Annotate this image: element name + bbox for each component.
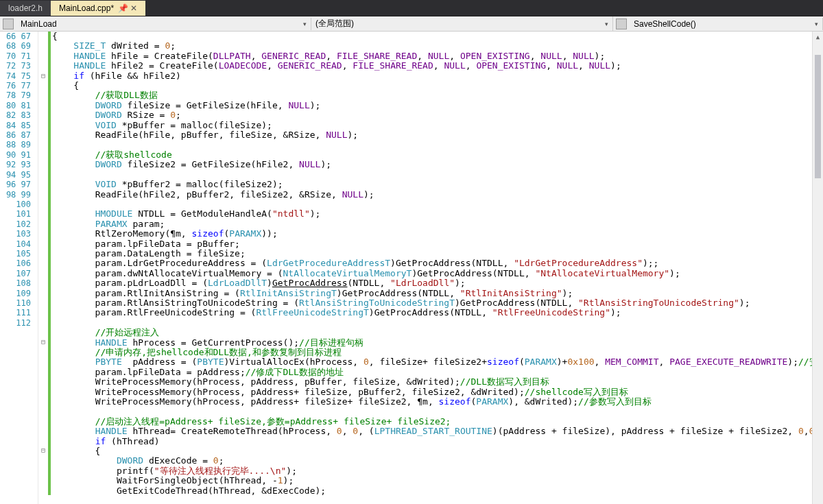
code-editor[interactable]: 66 67 68 69 70 71 72 73 74 75 76 77 78 7… — [0, 32, 823, 504]
fold-column[interactable]: ⊟⊟⊟ — [38, 32, 48, 504]
vertical-scrollbar[interactable]: ▲ — [812, 32, 823, 504]
tab-loader2[interactable]: loader2.h — [0, 1, 51, 16]
close-icon[interactable]: ✕ — [130, 3, 137, 13]
line-number-gutter: 66 67 68 69 70 71 72 73 74 75 76 77 78 7… — [0, 32, 38, 504]
code-area[interactable]: { SIZE_T dWrited = 0; HANDLE hFile = Cre… — [51, 32, 823, 504]
scope-class-dropdown[interactable]: MainLoad▾ — [16, 18, 311, 30]
tab-mainload[interactable]: MainLoad.cpp* 📌 ✕ — [51, 1, 145, 16]
scroll-thumb[interactable] — [815, 55, 821, 178]
tab-bar: loader2.h MainLoad.cpp* 📌 ✕ — [0, 0, 823, 16]
scope-global-dropdown[interactable]: (全局范围)▾ — [311, 16, 613, 31]
nav-icon[interactable] — [3, 19, 14, 29]
scroll-up-icon[interactable]: ▲ — [813, 32, 823, 43]
navigation-bar: MainLoad▾ (全局范围)▾ SaveShellCode()▾ — [0, 16, 823, 32]
scope-function-dropdown[interactable]: SaveShellCode()▾ — [630, 18, 823, 30]
method-icon — [616, 19, 627, 29]
pin-icon[interactable]: 📌 — [118, 3, 126, 13]
